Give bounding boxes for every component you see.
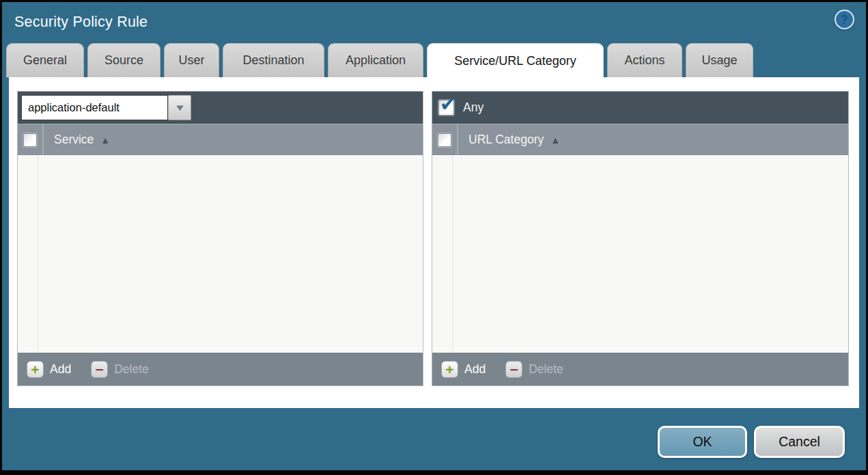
tab-general[interactable]: General: [6, 43, 84, 77]
column-divider: [457, 124, 458, 155]
service-footer: + Add − Delete: [18, 353, 423, 385]
service-delete-button[interactable]: − Delete: [91, 361, 149, 378]
help-icon[interactable]: ?: [835, 10, 854, 29]
dialog-title: Security Policy Rule: [14, 2, 148, 42]
url-category-add-button[interactable]: + Add: [441, 361, 486, 378]
column-divider: [42, 124, 43, 155]
service-table-header: Service ▲: [18, 124, 423, 155]
ok-button[interactable]: OK: [658, 426, 747, 458]
sort-asc-icon[interactable]: ▲: [550, 135, 560, 146]
minus-icon: −: [91, 361, 108, 378]
plus-icon: +: [441, 361, 458, 378]
delete-button-label: Delete: [529, 362, 563, 377]
delete-button-label: Delete: [114, 362, 149, 377]
service-type-dropdown[interactable]: application-default ▼: [21, 95, 191, 120]
url-category-delete-button[interactable]: − Delete: [505, 361, 563, 378]
service-select-all-checkbox[interactable]: [23, 133, 37, 147]
checkmark-icon: ✔: [440, 93, 456, 116]
tab-destination[interactable]: Destination: [223, 43, 324, 77]
tab-bar: General Source User Destination Applicat…: [6, 43, 753, 77]
tab-content-area: application-default ▼ Service ▲ + Add − …: [9, 77, 859, 408]
service-panel: application-default ▼ Service ▲ + Add − …: [17, 91, 423, 386]
service-toolbar: application-default ▼: [18, 92, 423, 124]
url-category-select-all-checkbox[interactable]: [438, 133, 451, 147]
service-add-button[interactable]: + Add: [27, 361, 71, 378]
url-category-table-header: URL Category ▲: [432, 124, 848, 155]
sort-asc-icon[interactable]: ▲: [100, 135, 110, 146]
tab-application[interactable]: Application: [328, 43, 423, 77]
chevron-down-icon: ▼: [173, 103, 185, 112]
url-category-toolbar: ✔ Any: [432, 92, 848, 124]
tab-usage[interactable]: Usage: [686, 43, 753, 77]
title-bar: Security Policy Rule ?: [0, 2, 868, 43]
tab-source[interactable]: Source: [87, 43, 160, 77]
url-category-panel: ✔ Any URL Category ▲ + Add − Delete: [432, 91, 849, 386]
url-category-footer: + Add − Delete: [432, 353, 848, 385]
add-button-label: Add: [464, 362, 486, 377]
service-type-value[interactable]: application-default: [21, 95, 168, 120]
service-list[interactable]: [18, 155, 423, 353]
plus-icon: +: [27, 361, 44, 378]
help-glyph: ?: [841, 14, 848, 25]
url-category-column-header[interactable]: URL Category: [468, 133, 544, 147]
tab-actions[interactable]: Actions: [607, 43, 682, 77]
any-checkbox-label[interactable]: Any: [463, 100, 484, 115]
minus-icon: −: [505, 361, 522, 378]
url-category-list[interactable]: [432, 155, 848, 353]
tab-service-url-category[interactable]: Service/URL Category: [427, 43, 604, 78]
add-button-label: Add: [50, 362, 71, 377]
service-column-header[interactable]: Service: [54, 133, 94, 147]
dropdown-button[interactable]: ▼: [168, 95, 191, 120]
cancel-button[interactable]: Cancel: [754, 426, 845, 458]
any-checkbox[interactable]: ✔: [438, 100, 454, 116]
tab-user[interactable]: User: [164, 43, 219, 77]
